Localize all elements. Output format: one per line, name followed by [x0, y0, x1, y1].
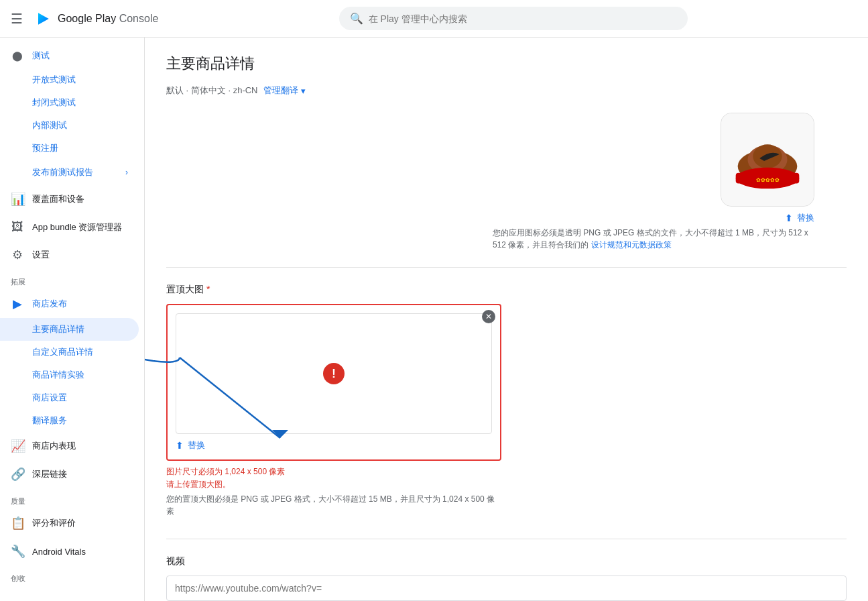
sidebar-item-label: 内部测试 [32, 120, 67, 130]
top-bar: ☰ Google Play Console 🔍 [0, 0, 868, 38]
sidebar-item-label: 自定义商品详情 [32, 347, 93, 357]
feature-graphic-hint: 您的置顶大图必须是 PNG 或 JPEG 格式，大小不得超过 15 MB，并且尺… [166, 493, 501, 517]
sidebar-item-coverage-devices[interactable]: 📊 覆盖面和设备 [0, 185, 139, 213]
search-icon: 🔍 [350, 12, 363, 25]
search-input[interactable] [369, 13, 677, 24]
sidebar-item-label: 评分和评价 [32, 517, 76, 529]
page-title: 主要商品详情 [166, 54, 847, 74]
play-logo-icon [34, 9, 52, 28]
lang-label: 默认 · 简体中文 · zh-CN [166, 85, 258, 97]
svg-text:✿✿✿✿✿: ✿✿✿✿✿ [756, 177, 780, 183]
feature-graphic-section: 置顶大图 * ! ✕ [166, 284, 847, 517]
feature-graphic-container: ! ✕ ⬆ 替换 [166, 304, 501, 461]
sidebar-item-pre-release-report[interactable]: 发布前测试报告 › [0, 160, 139, 185]
sidebar-item-label: 封闭式测试 [32, 97, 76, 107]
section-label-quality: 质量 [0, 488, 144, 509]
sidebar-item-app-bundle[interactable]: 🖼 App bundle 资源管理器 [0, 213, 139, 241]
sidebar-item-label: 覆盖面和设备 [32, 193, 84, 205]
upload-icon: ⬆ [785, 213, 793, 223]
required-indicator: * [206, 284, 210, 294]
section-label-monetize: 创收 [0, 565, 144, 586]
app-icon-hint: 您的应用图标必须是透明 PNG 或 JPEG 格式的文件，大小不得超过 1 MB… [493, 227, 814, 251]
ratings-icon: 📋 [11, 516, 24, 531]
logo: Google Play Console [34, 9, 158, 28]
sidebar-item-label: 商店发布 [32, 298, 67, 310]
sidebar-item-label: 开放式测试 [32, 74, 76, 85]
sidebar: ⬤ 测试 开放式测试 封闭式测试 内部测试 预注册 发布前测试报告 › 📊 覆盖… [0, 38, 145, 601]
sidebar-item-settings[interactable]: ⚙ 设置 [0, 241, 139, 269]
upload-graphic-icon: ⬆ [176, 440, 184, 451]
coverage-icon: 📊 [11, 192, 24, 207]
sidebar-item-custom-store-details[interactable]: 自定义商品详情 [0, 341, 139, 364]
sidebar-item-label: 发布前测试报告 [32, 166, 93, 178]
sidebar-item-label: Android Vitals [32, 547, 86, 557]
divider-1 [166, 267, 847, 268]
sidebar-item-main-store-details[interactable]: 主要商品详情 [0, 318, 139, 341]
design-policy-link[interactable]: 设计规范和元数据政策 [591, 240, 672, 250]
manage-translation-label: 管理翻译 [263, 85, 298, 97]
sidebar-item-pre-register[interactable]: 预注册 [0, 137, 139, 160]
sidebar-item-store-performance[interactable]: 📈 商店内表现 [0, 432, 139, 460]
feature-graphic-inner: ! ✕ [176, 313, 492, 434]
sidebar-item-label: 测试 [32, 50, 50, 62]
app-icon-section: ✿✿✿✿✿ ⬆ 替换 您的应用图标必须是透明 PNG 或 JPEG 格式的文件，… [493, 113, 814, 251]
section-label-expand: 拓展 [0, 269, 144, 290]
error-size-text: 图片尺寸必须为 1,024 x 500 像素 [166, 466, 501, 478]
sidebar-item-label: 商店设置 [32, 392, 67, 402]
divider-2 [166, 539, 847, 539]
sidebar-item-deep-links[interactable]: 🔗 深层链接 [0, 460, 139, 488]
app-icon-image: ✿✿✿✿✿ [721, 113, 814, 207]
logo-text: Google Play Console [58, 13, 158, 25]
menu-icon[interactable]: ☰ [11, 11, 23, 27]
lang-row: 默认 · 简体中文 · zh-CN 管理翻译 ▾ [166, 85, 847, 97]
settings-icon: ⚙ [11, 248, 24, 262]
need-upload-text: 请上传置顶大图。 [166, 479, 501, 490]
sidebar-item-store-publish[interactable]: ▶ 商店发布 [0, 290, 139, 318]
deep-links-icon: 🔗 [11, 467, 24, 482]
search-bar: 🔍 [339, 7, 688, 30]
sidebar-item-label: 预注册 [32, 143, 58, 153]
vitals-icon: 🔧 [11, 544, 24, 559]
video-url-input[interactable] [166, 576, 847, 601]
feature-graphic-label: 置顶大图 * [166, 284, 847, 296]
sidebar-item-open-testing[interactable]: 开放式测试 [0, 68, 139, 91]
performance-icon: 📈 [11, 439, 24, 453]
main-content: 主要商品详情 默认 · 简体中文 · zh-CN 管理翻译 ▾ [145, 38, 868, 601]
sidebar-item-label: 商品详情实验 [32, 370, 84, 380]
sidebar-item-label: 主要商品详情 [32, 324, 84, 334]
sidebar-item-store-details-experiment[interactable]: 商品详情实验 [0, 364, 139, 386]
testing-icon: ⬤ [11, 50, 24, 61]
video-section: 视频 输入 YouTube 网址即可添加视频。此视频必须设为公开或不公开列出，必… [166, 555, 847, 601]
sidebar-item-closed-testing[interactable]: 封闭式测试 [0, 91, 139, 114]
dropdown-icon: ▾ [301, 86, 306, 96]
layout: ⬤ 测试 开放式测试 封闭式测试 内部测试 预注册 发布前测试报告 › 📊 覆盖… [0, 38, 868, 601]
store-publish-icon: ▶ [11, 296, 24, 311]
video-label: 视频 [166, 555, 847, 567]
sidebar-item-internal-testing[interactable]: 内部测试 [0, 114, 139, 137]
sidebar-item-label: App bundle 资源管理器 [32, 221, 122, 233]
sidebar-item-label: 商店内表现 [32, 440, 76, 452]
manage-translation-button[interactable]: 管理翻译 ▾ [263, 85, 306, 97]
close-graphic-button[interactable]: ✕ [482, 310, 495, 323]
sidebar-item-label: 翻译服务 [32, 415, 67, 425]
chevron-right-icon: › [125, 168, 128, 177]
sidebar-item-label: 设置 [32, 249, 50, 261]
bundle-icon: 🖼 [11, 220, 24, 234]
sidebar-item-translation-service[interactable]: 翻译服务 [0, 409, 139, 432]
sidebar-item-store-settings[interactable]: 商店设置 [0, 386, 139, 409]
sidebar-item-testing[interactable]: ⬤ 测试 [0, 43, 139, 68]
replace-graphic-button[interactable]: ⬆ 替换 [176, 439, 205, 451]
sidebar-item-ratings-reviews[interactable]: 📋 评分和评价 [0, 509, 139, 537]
replace-icon-button[interactable]: ⬆ 替换 [785, 212, 814, 224]
app-icon-preview: ✿✿✿✿✿ [721, 113, 814, 207]
sidebar-item-android-vitals[interactable]: 🔧 Android Vitals [0, 537, 139, 565]
sidebar-item-label: 深层链接 [32, 468, 67, 480]
error-circle: ! [323, 363, 345, 384]
